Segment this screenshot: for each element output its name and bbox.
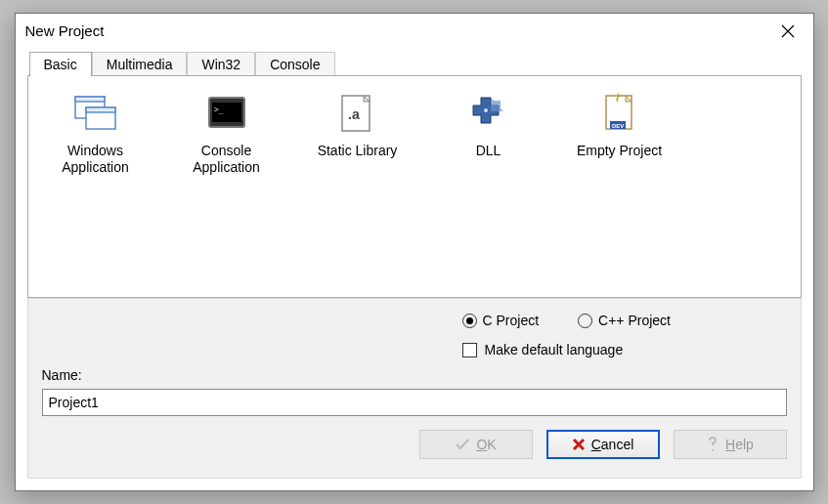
radio-label: C++ Project [598,313,671,328]
template-dll[interactable]: DLL [435,86,543,163]
dialog-buttons: OK Cancel Help [42,430,787,459]
tabs-row: Basic Multimedia Win32 Console [27,48,802,75]
dialog-title: New Project [25,22,105,39]
svg-rect-3 [86,107,115,112]
svg-text:>_: >_ [214,105,224,114]
tab-console[interactable]: Console [255,52,334,76]
template-label: DLL [476,143,501,159]
windows-app-icon [72,90,119,137]
dialog-content: Basic Multimedia Win32 Console Windo [16,48,813,490]
templates-row: Windows Application >_ Console Applicati… [42,86,787,180]
button-label-rest: elp [735,437,754,452]
empty-project-icon: DEV [596,90,643,137]
svg-rect-1 [75,97,105,102]
help-button[interactable]: Help [674,430,787,459]
template-label: Empty Project [577,143,662,159]
button-label-first: O [476,437,487,452]
tab-basic[interactable]: Basic [29,52,92,76]
name-label: Name: [42,367,787,383]
template-label: Windows Application [46,143,146,176]
cancel-button[interactable]: Cancel [546,430,660,459]
default-language-checkbox[interactable] [462,343,477,357]
svg-point-10 [484,108,488,112]
template-label: Console Application [177,143,277,176]
project-name-input[interactable] [42,389,787,416]
template-empty-project[interactable]: DEV Empty Project [566,86,674,163]
radio-label: C Project [483,313,540,328]
radio-cpp-project[interactable]: C++ Project [578,313,671,328]
button-label-first: C [591,437,601,452]
button-label-first: H [725,437,735,452]
radio-circle-icon [578,314,592,328]
template-label: Static Library [318,143,398,159]
close-button[interactable] [770,18,806,45]
language-radios: C Project C++ Project [462,313,787,328]
dll-icon [465,90,512,137]
button-label-rest: K [487,437,496,452]
templates-panel: Windows Application >_ Console Applicati… [27,75,802,298]
new-project-dialog: New Project Basic Multimedia Win32 Conso… [15,13,814,491]
button-label-rest: ancel [601,437,633,452]
svg-text:DEV: DEV [612,123,624,129]
template-static-library[interactable]: .a Static Library [304,86,412,163]
bottom-area: C Project C++ Project Make default langu… [27,298,802,479]
template-windows-application[interactable]: Windows Application [42,86,150,180]
titlebar: New Project [16,14,813,48]
checkbox-label: Make default language [485,342,624,357]
template-console-application[interactable]: >_ Console Application [173,86,281,180]
check-icon [455,438,470,451]
help-icon [706,437,719,452]
default-language-row: Make default language [462,342,787,357]
tab-win32[interactable]: Win32 [187,52,255,76]
svg-text:.a: .a [348,106,360,122]
console-app-icon: >_ [203,90,250,137]
ok-button[interactable]: OK [419,430,533,459]
radio-c-project[interactable]: C Project [462,313,540,328]
cancel-x-icon [572,438,586,451]
radio-circle-icon [462,314,477,328]
svg-point-15 [712,449,714,451]
tab-multimedia[interactable]: Multimedia [92,52,188,76]
static-lib-icon: .a [334,90,381,137]
